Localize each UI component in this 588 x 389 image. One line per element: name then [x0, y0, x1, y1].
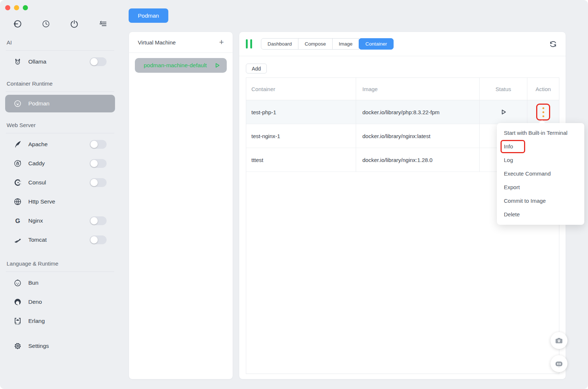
col-header-image: Image [356, 78, 480, 100]
ollama-icon [13, 57, 22, 66]
start-container-play-icon[interactable] [499, 108, 508, 116]
tomcat-toggle[interactable] [90, 235, 107, 244]
back-icon[interactable] [12, 18, 23, 29]
consul-icon [13, 178, 22, 187]
section-label: Web Server [5, 122, 115, 128]
power-icon[interactable] [69, 18, 80, 29]
sidebar-item-apache[interactable]: Apache [5, 135, 115, 154]
runtime-chip-podman[interactable]: Podman [129, 8, 168, 23]
image-cell: docker.io/library/nginx:latest [356, 124, 480, 148]
vm-item-podman-machine-default[interactable]: podman-machine-default [135, 58, 227, 73]
container-action-menu: Start with Built-in Terminal Info Log Ex… [497, 123, 584, 225]
table-row: test-php-1 docker.io/library/php:8.3.22-… [246, 100, 559, 124]
podman-icon [13, 99, 22, 108]
add-machine-plus-icon[interactable]: + [219, 38, 224, 46]
sidebar-item-http-serve[interactable]: Http Serve [5, 192, 115, 211]
sidebar-item-label: Podman [28, 100, 50, 107]
sidebar-toolbar [8, 18, 112, 29]
container-name-cell: test-nginx-1 [246, 124, 356, 148]
sidebar-item-label: Tomcat [28, 237, 47, 243]
table-header: Container Image Status Action [246, 78, 559, 100]
kebab-menu-icon[interactable] [542, 107, 544, 117]
sidebar-section-settings: Settings [5, 336, 115, 356]
add-container-button[interactable]: Add [246, 64, 267, 73]
screenshot-camera-icon[interactable] [551, 332, 567, 349]
sidebar-item-label: Caddy [28, 160, 45, 167]
sidebar-item-label: Http Serve [28, 198, 55, 205]
container-name-cell: tttest [246, 148, 356, 172]
sidebar-item-label: Bun [28, 280, 39, 286]
sidebar-item-ollama[interactable]: Ollama [5, 52, 115, 71]
divider [6, 91, 114, 92]
menu-item-info[interactable]: Info [497, 140, 584, 153]
history-icon[interactable] [40, 18, 51, 29]
caddy-icon [13, 159, 22, 168]
sidebar-item-settings[interactable]: Settings [5, 336, 115, 356]
apache-toggle[interactable] [90, 140, 107, 149]
tab-image[interactable]: Image [332, 38, 359, 50]
section-label: Language & Runtime [5, 260, 115, 267]
sidebar-item-podman[interactable]: Podman [5, 95, 115, 112]
sidebar-item-erlang[interactable]: ERLANG Erlang [5, 311, 115, 331]
section-label: Container Runtime [5, 80, 115, 87]
collapse-sidebar-icon[interactable] [97, 18, 108, 29]
menu-item-commit-to-image[interactable]: Commit to Image [497, 194, 584, 208]
vm-name: podman-machine-default [144, 62, 207, 69]
sidebar-section-container-runtime: Container Runtime Podman [5, 80, 115, 112]
divider [6, 271, 114, 272]
sidebar-item-consul[interactable]: Consul [5, 173, 115, 192]
ollama-toggle[interactable] [90, 57, 107, 66]
sidebar-item-label: Consul [28, 179, 46, 186]
virtual-machine-header: Virtual Machine + [129, 32, 233, 53]
erlang-icon: ERLANG [13, 317, 22, 325]
col-header-container: Container [246, 78, 356, 100]
sidebar-section-web-server: Web Server Apache [5, 122, 115, 249]
menu-item-start-terminal[interactable]: Start with Built-in Terminal [497, 126, 584, 140]
deno-icon [13, 298, 22, 306]
caddy-toggle[interactable] [90, 159, 107, 168]
play-icon[interactable] [213, 61, 221, 69]
view-tabs: Dashboard Compose Image Container [261, 38, 394, 50]
sidebar-item-label: Apache [28, 141, 48, 148]
sidebar: AI Ollama Container Runtime [0, 0, 120, 389]
menu-item-log[interactable]: Log [497, 153, 584, 167]
svg-text:ERLANG: ERLANG [15, 324, 20, 325]
nginx-toggle[interactable] [90, 216, 107, 225]
sidebar-item-deno[interactable]: Deno [5, 292, 115, 311]
refresh-icon[interactable] [547, 38, 559, 50]
container-name-cell: test-php-1 [246, 100, 356, 124]
assistant-robot-icon[interactable] [551, 355, 567, 372]
sidebar-item-nginx[interactable]: G Nginx [5, 211, 115, 230]
divider [6, 50, 114, 51]
tab-dashboard[interactable]: Dashboard [261, 38, 298, 50]
tomcat-icon [13, 235, 22, 244]
col-header-status: Status [480, 78, 527, 100]
sidebar-item-bun[interactable]: Bun [5, 273, 115, 292]
menu-item-export[interactable]: Export [497, 180, 584, 194]
gear-icon [13, 342, 22, 350]
menu-item-delete[interactable]: Delete [497, 208, 584, 221]
consul-toggle[interactable] [90, 178, 107, 187]
sidebar-item-caddy[interactable]: Caddy [5, 154, 115, 173]
tab-container[interactable]: Container [359, 38, 394, 50]
nginx-icon: G [13, 216, 22, 225]
divider [6, 133, 114, 133]
tab-compose[interactable]: Compose [298, 38, 333, 50]
action-annotation-box [536, 104, 550, 120]
svg-text:G: G [15, 217, 20, 224]
sidebar-item-label: Settings [28, 343, 49, 349]
sidebar-item-label: Ollama [28, 58, 46, 65]
sidebar-item-label: Nginx [28, 217, 43, 224]
sidebar-item-tomcat[interactable]: Tomcat [5, 230, 115, 249]
container-panel-header: Dashboard Compose Image Container [239, 32, 566, 56]
globe-icon [13, 197, 22, 206]
apache-feather-icon [13, 140, 22, 149]
menu-item-execute-command[interactable]: Execute Command [497, 167, 584, 180]
image-cell: docker.io/library/php:8.3.22-fpm [356, 100, 480, 124]
sidebar-section-language-runtime: Language & Runtime Bun [5, 260, 115, 331]
section-label: AI [5, 39, 115, 46]
image-cell: docker.io/library/nginx:1.28.0 [356, 148, 480, 172]
containers-table: Container Image Status Action test-php-1… [246, 78, 559, 374]
pause-icon[interactable] [246, 39, 252, 48]
virtual-machine-panel: Virtual Machine + podman-machine-default [129, 32, 233, 379]
